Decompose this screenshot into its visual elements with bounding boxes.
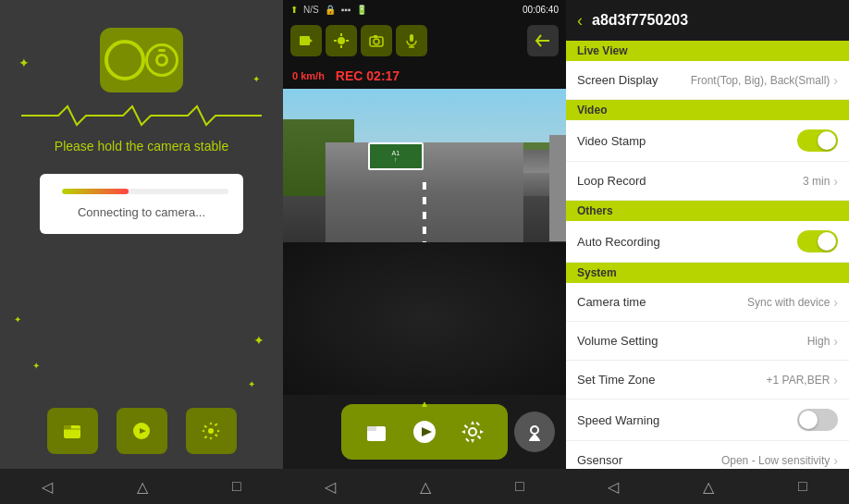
svg-point-13 [374, 39, 379, 44]
toggle-thumb [818, 131, 836, 150]
battery-icon: 🔋 [356, 5, 367, 15]
screen-display-value: Front(Top, Big), Back(Small) › [691, 73, 838, 88]
svg-point-23 [531, 426, 538, 434]
road [326, 142, 523, 242]
recording-status-bar: 0 km/h REC 02:17 [283, 63, 566, 89]
highway-sign: A1↑ [368, 142, 424, 170]
camera-icon [100, 28, 183, 92]
settings-icon-button[interactable] [186, 408, 237, 454]
rear-camera-bg [283, 242, 566, 396]
settings-header: ‹ a8d3f7750203 [566, 0, 849, 41]
setting-video-stamp[interactable]: Video Stamp [566, 120, 849, 162]
svg-rect-1 [64, 425, 71, 429]
recent-nav[interactable]: □ [515, 478, 524, 495]
svg-rect-14 [374, 35, 377, 38]
panel1-nav-bar: ◁ △ □ [0, 469, 283, 504]
back-nav-p3[interactable]: ◁ [608, 478, 619, 496]
main-control-buttons [341, 404, 508, 460]
back-nav[interactable]: ◁ [325, 478, 336, 496]
volume-value: High › [807, 334, 838, 349]
sparkle-3: ✦ [14, 314, 21, 325]
progress-bar-container [62, 189, 228, 194]
volume-chevron: › [833, 334, 838, 349]
front-camera-view: A1↑ [283, 89, 566, 242]
device-id-title: a8d3f7750203 [592, 12, 688, 29]
svg-point-22 [469, 428, 476, 436]
sparkle-4: ✦ [253, 333, 265, 348]
gsensor-chevron: › [833, 453, 838, 468]
speed-warning-toggle[interactable] [797, 409, 838, 431]
mic-button[interactable] [396, 25, 427, 56]
panel3-settings: ‹ a8d3f7750203 Live View Screen Display … [566, 0, 849, 504]
time-zone-text: +1 PAR,BER [767, 374, 831, 387]
road-background: A1↑ [283, 89, 566, 242]
files-icon-button[interactable] [47, 408, 98, 454]
setting-gsensor[interactable]: Gsensor Open - Low sensitivity › [566, 441, 849, 469]
brightness-button[interactable] [326, 25, 357, 56]
bottom-controls: ▲ [283, 395, 566, 469]
back-button-p2[interactable] [527, 25, 559, 56]
section-live-view: Live View [566, 41, 849, 61]
camera-switch-button[interactable] [361, 25, 392, 56]
home-nav[interactable]: △ [420, 478, 431, 496]
sparkle-5: ✦ [32, 361, 40, 371]
setting-loop-record[interactable]: Loop Record 3 min › [566, 162, 849, 201]
settings-back-icon[interactable]: ‹ [577, 11, 583, 31]
rear-camera-view [283, 242, 566, 396]
setting-volume[interactable]: Volume Setting High › [566, 322, 849, 361]
heartbeat-line [21, 102, 262, 129]
setting-speed-warning[interactable]: Speed Warning [566, 400, 849, 441]
loop-record-label: Loop Record [577, 174, 646, 188]
speed-display: 0 km/h [292, 70, 325, 81]
panel1-top-section: Please hold the camera stable Connecting… [0, 0, 283, 399]
recent-button[interactable]: □ [232, 478, 241, 495]
video-stamp-toggle[interactable] [797, 129, 838, 152]
video-stamp-label: Video Stamp [577, 134, 646, 148]
setting-time-zone[interactable]: Set Time Zone +1 PAR,BER › [566, 361, 849, 400]
camera-time-label: Camera time [577, 295, 646, 309]
sparkle-1: ✦ [18, 55, 30, 70]
bottom-icon-row [47, 408, 237, 454]
volume-label: Volume Setting [577, 334, 658, 348]
signal-icon: ▪▪▪ [341, 5, 351, 15]
auto-recording-toggle[interactable] [797, 230, 838, 252]
auto-recording-label: Auto Recording [577, 235, 660, 249]
barrier [549, 135, 566, 242]
time-zone-value: +1 PAR,BER › [767, 373, 838, 387]
p2-controls-header [283, 18, 566, 63]
back-button[interactable]: ◁ [42, 478, 53, 496]
time-zone-chevron: › [833, 373, 838, 387]
connecting-text: Connecting to camera... [62, 205, 221, 219]
panel2-recording: ⬆ N/S 🔒 ▪▪▪ 🔋 00:06:40 0 km/h R [283, 0, 566, 504]
road-lane [423, 182, 426, 242]
settings-main-btn[interactable] [452, 412, 493, 452]
lock-icon: 🔒 [325, 5, 336, 15]
gps-icon: ⬆ [290, 5, 298, 15]
svg-point-4 [208, 428, 214, 434]
setting-auto-recording[interactable]: Auto Recording [566, 221, 849, 263]
camera-time-chevron: › [833, 295, 838, 310]
svg-rect-15 [410, 34, 413, 42]
files-btn[interactable] [356, 412, 397, 452]
loop-record-value: 3 min › [803, 174, 838, 189]
settings-content: Live View Screen Display Front(Top, Big)… [566, 41, 849, 469]
home-button[interactable]: △ [137, 478, 148, 496]
setting-screen-display[interactable]: Screen Display Front(Top, Big), Back(Sma… [566, 61, 849, 100]
panel2-nav-bar: ◁ △ □ [283, 469, 566, 504]
gps-status: N/S [303, 5, 319, 15]
record-main-btn[interactable] [404, 412, 445, 452]
camera-time-text: Sync with device [747, 296, 830, 309]
expand-icon[interactable]: ▲ [420, 399, 429, 409]
home-nav-p3[interactable]: △ [703, 478, 714, 496]
location-button[interactable] [514, 412, 555, 452]
video-preview-area: A1↑ [283, 89, 566, 395]
gsensor-value: Open - Low sensitivity › [721, 453, 838, 468]
video-icon-button[interactable] [117, 408, 167, 454]
gsensor-label: Gsensor [577, 453, 622, 467]
setting-camera-time[interactable]: Camera time Sync with device › [566, 283, 849, 322]
screen-display-chevron: › [833, 73, 838, 88]
recent-nav-p3[interactable]: □ [798, 478, 807, 495]
toggle-thumb-2 [818, 232, 836, 251]
record-button[interactable] [290, 25, 322, 56]
hold-message: Please hold the camera stable [55, 139, 228, 154]
